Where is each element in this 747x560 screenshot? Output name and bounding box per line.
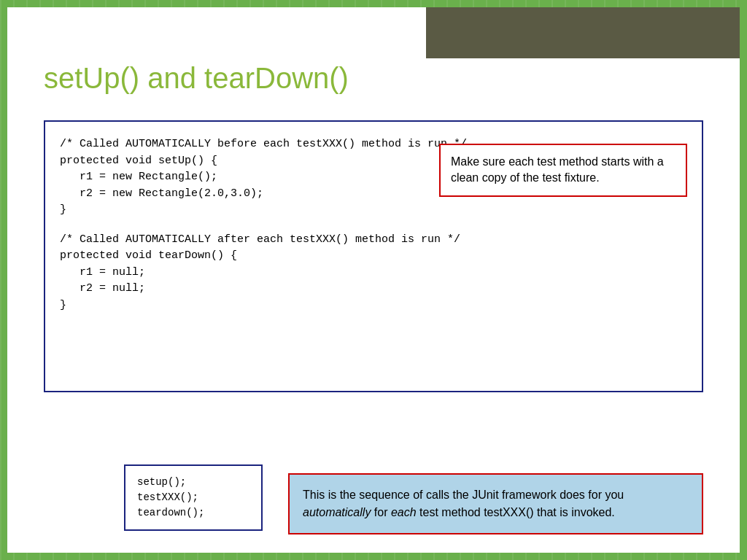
info-italic-1: automatically <box>303 506 371 518</box>
slide-title: setUp() and tearDown() <box>44 62 349 95</box>
bottom-info-box: This is the sequence of calls the JUnit … <box>288 473 703 534</box>
info-text-3: test method testXXX() that is invoked. <box>417 506 615 518</box>
top-right-decoration <box>426 7 740 58</box>
code-block-2: /* Called AUTOMATICALLY after each testX… <box>60 232 687 314</box>
info-text-1: This is the sequence of calls the JUnit … <box>303 489 624 501</box>
bottom-code-text: setup(); testXXX(); teardown(); <box>137 475 249 521</box>
main-code-box: /* Called AUTOMATICALLY before each test… <box>44 120 703 392</box>
tooltip-text: Make sure each test method starts with a… <box>451 155 664 184</box>
info-text-2: for <box>371 506 391 518</box>
info-italic-2: each <box>391 506 417 518</box>
tooltip-box: Make sure each test method starts with a… <box>439 144 687 197</box>
slide: setUp() and tearDown() /* Called AUTOMAT… <box>7 7 740 553</box>
bottom-code-box: setup(); testXXX(); teardown(); <box>124 464 263 531</box>
